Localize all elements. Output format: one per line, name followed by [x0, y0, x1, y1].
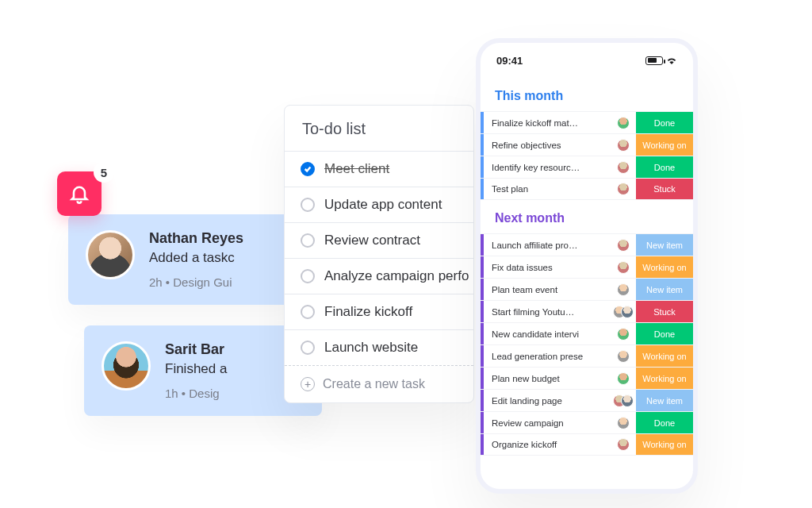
task-row[interactable]: Start filming Youtu…Stuck	[481, 300, 693, 322]
avatar	[617, 261, 630, 274]
task-row[interactable]: Test planStuck	[481, 178, 693, 200]
task-row[interactable]: Finalize kickoff mat…Done	[481, 111, 693, 133]
task-name: Finalize kickoff mat…	[484, 112, 611, 133]
task-name: Plan team event	[484, 279, 611, 300]
people-cell[interactable]	[611, 256, 636, 278]
task-row[interactable]: Plan team eventNew item	[481, 278, 693, 300]
people-cell[interactable]	[611, 179, 636, 199]
task-row[interactable]: New candidate interviDone	[481, 322, 693, 344]
todo-label: Update app content	[324, 197, 442, 213]
todo-item[interactable]: Update app content	[285, 187, 473, 222]
avatar	[617, 183, 630, 195]
time: 09:41	[496, 55, 523, 67]
create-task-label: Create a new task	[323, 377, 425, 391]
task-name: Lead generation prese	[484, 345, 611, 367]
avatar	[621, 394, 634, 407]
task-row[interactable]: Edit landing pageNew item	[481, 389, 693, 411]
task-row[interactable]: Lead generation preseWorking on	[481, 344, 693, 367]
create-task[interactable]: + Create a new task	[285, 365, 473, 402]
avatar	[102, 341, 151, 391]
people-cell[interactable]	[611, 234, 636, 256]
notif-meta: 1h • Desig	[165, 387, 227, 400]
notif-line: Finished a	[165, 361, 227, 377]
task-name: Test plan	[484, 179, 611, 199]
people-cell[interactable]	[611, 345, 636, 367]
notif-meta: 2h • Design Gui	[149, 275, 243, 289]
status-badge[interactable]: New item	[636, 279, 693, 300]
task-row[interactable]: Plan new budgetWorking on	[481, 367, 693, 389]
status-badge[interactable]: Working on	[636, 434, 693, 455]
phone-frame: 09:41 This month Finalize kickoff mat…Do…	[476, 38, 698, 494]
status-badge[interactable]: Working on	[636, 134, 693, 156]
task-name: Review campaign	[484, 412, 611, 433]
status-badge[interactable]: Stuck	[636, 179, 693, 199]
status-badge[interactable]: New item	[636, 390, 693, 411]
avatar	[617, 161, 630, 174]
people-cell[interactable]	[611, 112, 636, 133]
task-name: Start filming Youtu…	[484, 301, 611, 322]
notification-bell[interactable]: 5	[57, 171, 102, 216]
notif-name: Nathan Reyes	[149, 230, 243, 247]
status-badge[interactable]: Working on	[636, 256, 693, 278]
avatar	[617, 372, 630, 385]
status-badge[interactable]: Working on	[636, 345, 693, 367]
people-cell[interactable]	[611, 368, 636, 389]
wifi-icon	[666, 56, 677, 65]
task-name: Identify key resourc…	[484, 156, 611, 178]
status-badge[interactable]: Done	[636, 156, 693, 178]
plus-icon: +	[301, 377, 315, 391]
task-name: New candidate intervi	[484, 323, 611, 344]
battery-icon	[645, 56, 663, 65]
task-row[interactable]: Fix data issuesWorking on	[481, 256, 693, 278]
task-name: Organize kickoff	[484, 434, 611, 455]
avatar	[617, 117, 630, 129]
todo-item[interactable]: Launch website	[285, 329, 473, 365]
checkbox-icon[interactable]	[301, 162, 315, 176]
checkbox-icon[interactable]	[301, 198, 315, 212]
avatar	[617, 350, 630, 363]
task-row[interactable]: Review campaignDone	[481, 411, 693, 433]
todo-item[interactable]: Meet client	[285, 151, 473, 187]
section-next-month: Next month	[481, 200, 693, 233]
avatar	[621, 306, 634, 318]
todo-label: Finalize kickoff	[324, 304, 412, 320]
people-cell[interactable]	[611, 390, 636, 411]
todo-item[interactable]: Finalize kickoff	[285, 294, 473, 329]
task-name: Refine objectives	[484, 134, 611, 156]
todo-item[interactable]: Analyze campaign perfo	[285, 258, 473, 294]
avatar	[617, 417, 630, 429]
status-badge[interactable]: Done	[636, 412, 693, 433]
checkbox-icon[interactable]	[301, 233, 315, 248]
people-cell[interactable]	[611, 412, 636, 433]
people-cell[interactable]	[611, 279, 636, 300]
status-badge[interactable]: Done	[636, 112, 693, 133]
todo-title: To-do list	[285, 106, 473, 151]
people-cell[interactable]	[611, 434, 636, 455]
status-badge[interactable]: Stuck	[636, 301, 693, 322]
people-cell[interactable]	[611, 323, 636, 344]
checkbox-icon[interactable]	[301, 305, 315, 319]
todo-card: To-do list Meet clientUpdate app content…	[284, 105, 474, 403]
todo-item[interactable]: Review contract	[285, 222, 473, 258]
avatar	[617, 239, 630, 252]
task-row[interactable]: Organize kickoffWorking on	[481, 433, 693, 456]
task-row[interactable]: Launch affiliate pro…New item	[481, 233, 693, 256]
checkbox-icon[interactable]	[301, 341, 315, 355]
todo-label: Analyze campaign perfo	[324, 268, 469, 284]
avatar	[617, 139, 630, 152]
task-row[interactable]: Refine objectivesWorking on	[481, 133, 693, 156]
people-cell[interactable]	[611, 301, 636, 322]
status-badge[interactable]: Done	[636, 323, 693, 344]
task-name: Plan new budget	[484, 368, 611, 389]
people-cell[interactable]	[611, 134, 636, 156]
status-bar: 09:41	[481, 43, 693, 78]
status-badge[interactable]: New item	[636, 234, 693, 256]
status-badge[interactable]: Working on	[636, 368, 693, 389]
task-name: Fix data issues	[484, 256, 611, 278]
checkbox-icon[interactable]	[301, 269, 315, 283]
task-row[interactable]: Identify key resourc…Done	[481, 156, 693, 178]
notification-card[interactable]: Nathan Reyes Added a taskc 2h • Design G…	[68, 214, 306, 305]
task-name: Edit landing page	[484, 390, 611, 411]
notif-name: Sarit Bar	[165, 341, 227, 358]
people-cell[interactable]	[611, 156, 636, 178]
